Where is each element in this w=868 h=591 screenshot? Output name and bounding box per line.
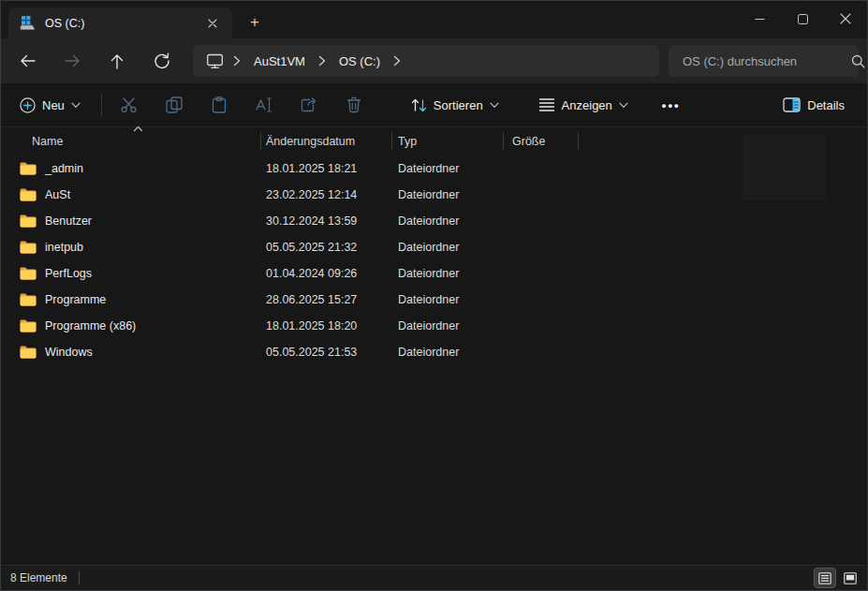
breadcrumb[interactable]: AuSt1VM OS (C:) (193, 45, 659, 77)
search-input[interactable] (669, 54, 851, 68)
folder-icon (20, 293, 37, 306)
table-row[interactable]: PerfLogs 01.04.2024 09:26 Dateiordner (1, 260, 694, 287)
file-date-cell: 23.02.2025 12:14 (260, 188, 391, 201)
column-header-name[interactable]: Name (32, 128, 63, 154)
breadcrumb-item-drive[interactable]: OS (C:) (331, 51, 388, 72)
status-divider (79, 571, 80, 584)
details-pane-button[interactable]: Details (775, 91, 852, 119)
minimize-icon (755, 14, 765, 24)
tab-close-button[interactable] (200, 12, 225, 35)
drive-icon (20, 15, 36, 31)
new-button-label: Neu (42, 98, 65, 112)
rename-button[interactable] (246, 89, 282, 121)
table-row[interactable]: inetpub 05.05.2025 21:32 Dateiordner (1, 234, 694, 260)
tab-label: OS (C:) (45, 17, 200, 30)
folder-icon (20, 319, 37, 332)
command-bar: Neu (1, 83, 867, 127)
chevron-down-icon (71, 102, 81, 109)
cut-button[interactable] (111, 89, 147, 121)
file-explorer-window: OS (C:) + (0, 0, 868, 591)
chevron-down-icon (619, 102, 628, 109)
maximize-button[interactable] (781, 1, 824, 37)
column-headers: Name Änderungsdatum Typ Größe (1, 128, 867, 154)
breadcrumb-item-pc[interactable]: AuSt1VM (246, 51, 313, 72)
file-type-cell: Dateiordner (391, 188, 503, 201)
sort-icon (411, 97, 427, 113)
table-row[interactable]: Programme (x86) 18.01.2025 18:20 Dateior… (1, 313, 694, 339)
file-type-cell: Dateiordner (391, 214, 503, 228)
column-header-size[interactable]: Größe (512, 128, 545, 154)
column-divider[interactable] (260, 132, 261, 150)
column-divider[interactable] (578, 132, 579, 150)
view-button[interactable]: Anzeigen (531, 91, 636, 119)
table-row[interactable]: Windows 05.05.2025 21:53 Dateiordner (1, 339, 694, 365)
file-name: PerfLogs (45, 267, 92, 280)
file-date-cell: 05.05.2025 21:53 (260, 346, 391, 359)
arrow-left-icon (19, 52, 37, 69)
folder-icon (20, 241, 37, 254)
share-button[interactable] (291, 89, 327, 121)
table-row[interactable]: Benutzer 30.12.2024 13:59 Dateiordner (1, 208, 694, 234)
file-date-cell: 01.04.2024 09:26 (260, 267, 391, 280)
paste-icon (211, 96, 228, 113)
tab-os-c[interactable]: OS (C:) (8, 7, 232, 38)
chevron-right-icon[interactable] (388, 55, 406, 66)
column-header-type[interactable]: Typ (398, 128, 417, 154)
new-button[interactable]: Neu (12, 91, 88, 120)
column-header-date[interactable]: Änderungsdatum (266, 128, 355, 154)
rename-icon (255, 96, 272, 113)
file-type-cell: Dateiordner (391, 267, 503, 280)
new-tab-button[interactable]: + (241, 10, 269, 35)
file-name: Programme (x86) (45, 319, 136, 332)
copy-button[interactable] (156, 89, 192, 121)
details-view-icon (818, 572, 831, 584)
folder-icon (20, 162, 37, 175)
this-pc-icon[interactable] (206, 52, 228, 69)
sort-ascending-icon (133, 126, 143, 132)
minimize-button[interactable] (738, 1, 781, 37)
up-button[interactable] (101, 45, 133, 77)
search-icon[interactable] (851, 54, 868, 68)
details-view-toggle[interactable] (814, 568, 836, 588)
file-type-cell: Dateiordner (391, 293, 503, 306)
more-options-button[interactable]: ••• (655, 92, 688, 119)
close-window-button[interactable] (824, 1, 867, 37)
file-date-cell: 18.01.2025 18:20 (260, 319, 391, 332)
trash-icon (346, 96, 362, 113)
column-divider[interactable] (391, 132, 392, 150)
column-divider[interactable] (503, 132, 504, 150)
file-list: _admin 18.01.2025 18:21 Dateiordner AuSt… (1, 155, 694, 365)
file-date-cell: 30.12.2024 13:59 (260, 214, 391, 228)
folder-icon (20, 346, 37, 359)
refresh-button[interactable] (146, 45, 178, 77)
item-count-label: 8 Elemente (10, 571, 67, 584)
thumbnail-view-toggle[interactable] (839, 568, 861, 588)
folder-icon (20, 214, 37, 228)
file-name: Benutzer (45, 214, 92, 228)
table-row[interactable]: AuSt 23.02.2025 12:14 Dateiordner (1, 182, 694, 208)
file-name: _admin (45, 162, 83, 175)
refresh-icon (154, 52, 170, 69)
paste-button[interactable] (201, 89, 237, 121)
delete-button[interactable] (336, 89, 372, 121)
file-date-cell: 28.06.2025 15:27 (260, 293, 391, 306)
file-name-cell: _admin (1, 162, 260, 175)
toolbar-divider (101, 94, 102, 116)
file-name: Windows (45, 346, 93, 359)
maximize-icon (798, 14, 808, 24)
forward-button[interactable] (56, 45, 88, 77)
file-name-cell: AuSt (1, 188, 260, 201)
back-button[interactable] (11, 45, 43, 77)
sort-button[interactable]: Sortieren (404, 91, 507, 120)
share-icon (300, 96, 317, 113)
file-name-cell: PerfLogs (1, 267, 260, 280)
details-pane-icon (783, 97, 801, 112)
search-bar (669, 45, 859, 77)
table-row[interactable]: _admin 18.01.2025 18:21 Dateiordner (1, 155, 694, 182)
table-row[interactable]: Programme 28.06.2025 15:27 Dateiordner (1, 287, 694, 313)
file-type-cell: Dateiordner (391, 346, 503, 359)
file-type-cell: Dateiordner (391, 241, 503, 254)
file-name: AuSt (45, 188, 70, 201)
titlebar: OS (C:) + (1, 1, 867, 38)
sort-button-label: Sortieren (434, 98, 483, 112)
